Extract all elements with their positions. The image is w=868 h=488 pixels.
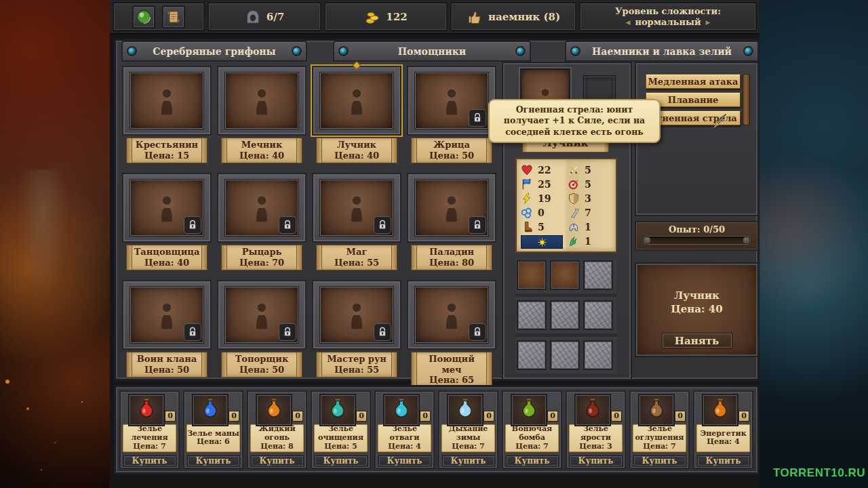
tab-mercenaries-shop[interactable]: Наемники и лавка зелий bbox=[565, 41, 759, 62]
potion-name: Жидкий огонь bbox=[251, 425, 303, 442]
thumb-up-icon bbox=[467, 9, 483, 25]
unit-card-peasant[interactable]: Крестьянин Цена: 15 bbox=[122, 66, 212, 163]
unit-card-archer-selected[interactable]: Лучник Цена: 40 bbox=[312, 66, 401, 163]
equipment-slots bbox=[515, 257, 617, 373]
tab-helpers[interactable]: Помощники bbox=[333, 41, 531, 62]
unit-card-runemaster[interactable]: Мастер рун Цена: 55 bbox=[312, 280, 401, 388]
equipment-slot-open[interactable] bbox=[517, 260, 547, 290]
lock-icon bbox=[184, 216, 201, 234]
unit-name-plate: Лучник Цена: 40 bbox=[316, 138, 397, 163]
potion-card-cleansing[interactable]: 0 Зелье очищения Цена: 5 Купить bbox=[311, 390, 371, 469]
unit-grid: Крестьянин Цена: 15 Мечник Цена: 40 Лучн… bbox=[122, 66, 499, 378]
lock-icon bbox=[469, 216, 486, 234]
unit-card-dancer[interactable]: Танцовщица Цена: 40 bbox=[122, 173, 212, 270]
potion-card-mana[interactable]: 0 Зелье маны Цена: 6 Купить bbox=[183, 390, 243, 469]
unit-price: Цена: 40 bbox=[323, 150, 390, 161]
buy-button[interactable]: Купить bbox=[633, 455, 686, 466]
equipment-slot-locked[interactable] bbox=[517, 340, 547, 370]
ability-slow-attack[interactable]: Медленная атака bbox=[646, 74, 741, 89]
unit-name: Маг bbox=[323, 247, 390, 258]
scroll-roll-decoration bbox=[743, 74, 750, 125]
buy-button[interactable]: Купить bbox=[697, 455, 750, 466]
potion-name-plate: Жидкий огонь Цена: 8 bbox=[250, 424, 304, 453]
buy-button[interactable]: Купить bbox=[187, 455, 240, 466]
potion-card-healing[interactable]: 0 Зелье лечения Цена: 7 Купить bbox=[119, 390, 180, 469]
unit-card-axeman[interactable]: Топорщик Цена: 50 bbox=[217, 280, 307, 388]
potion-name-plate: Зелье очищения Цена: 5 bbox=[313, 424, 368, 453]
potion-card-rage[interactable]: 0 Зелье ярости Цена: 3 Купить bbox=[566, 390, 626, 469]
gem-icon bbox=[570, 46, 580, 56]
difficulty-next-button[interactable]: ▶ bbox=[706, 19, 711, 26]
unit-name: Мечник bbox=[229, 140, 295, 150]
buy-button[interactable]: Купить bbox=[442, 455, 495, 466]
buy-button[interactable]: Купить bbox=[315, 455, 368, 466]
orb-button[interactable] bbox=[132, 5, 155, 28]
unit-card-clan-warrior[interactable]: Воин клана Цена: 50 bbox=[122, 280, 212, 388]
equipment-slot-locked[interactable] bbox=[550, 340, 580, 370]
equipment-slot-locked[interactable] bbox=[583, 300, 613, 330]
background-art-left bbox=[0, 0, 110, 488]
gold-panel: 122 bbox=[324, 2, 448, 31]
unit-price: Цена: 50 bbox=[418, 150, 485, 161]
difficulty-prev-button[interactable]: ◀ bbox=[625, 19, 630, 26]
potion-name-plate: Зелье маны Цена: 6 bbox=[186, 424, 241, 453]
crossed-swords-icon bbox=[568, 164, 580, 176]
potion-card-winter-breath[interactable]: 0 Дыхание зимы Цена: 7 Купить bbox=[438, 390, 498, 469]
buy-button[interactable]: Купить bbox=[123, 455, 176, 466]
potion-icon bbox=[447, 394, 484, 426]
army-size-value: 6/7 bbox=[267, 11, 284, 23]
potion-card-stink-bomb[interactable]: 0 Вонючая бомба Цена: 7 Купить bbox=[502, 390, 562, 469]
unit-card-knight[interactable]: Рыцарь Цена: 70 bbox=[217, 173, 307, 270]
tab-bar: Серебряные грифоны Помощники Наемники и … bbox=[116, 41, 757, 62]
tab-silver-griffins[interactable]: Серебряные грифоны bbox=[121, 41, 307, 62]
unit-name-plate: Мечник Цена: 40 bbox=[221, 138, 302, 163]
stat-armor: 1 bbox=[585, 222, 591, 232]
unit-name: Воин клана bbox=[134, 354, 200, 365]
stat-health: 22 bbox=[538, 165, 551, 176]
unit-card-priestess[interactable]: Жрица Цена: 50 bbox=[407, 66, 496, 163]
unit-price: Цена: 50 bbox=[229, 365, 295, 375]
scroll-button[interactable] bbox=[162, 5, 185, 28]
potion-name: Зелье оглушения bbox=[633, 425, 686, 442]
unit-price: Цена: 50 bbox=[134, 365, 200, 375]
buy-button[interactable]: Купить bbox=[378, 455, 431, 466]
buy-button[interactable]: Купить bbox=[251, 455, 304, 466]
equipment-slot-open[interactable] bbox=[550, 260, 580, 290]
potion-card-energy-drink[interactable]: 0 Энергетик Цена: 4 Купить bbox=[693, 390, 753, 469]
equipment-slot-locked[interactable] bbox=[583, 340, 613, 370]
potion-price: Цена: 8 bbox=[260, 443, 293, 451]
lock-icon bbox=[374, 323, 391, 341]
buy-button[interactable]: Купить bbox=[506, 455, 559, 466]
equipment-slot-locked[interactable] bbox=[517, 300, 547, 330]
gem-icon bbox=[292, 46, 302, 56]
hire-panel: Лучник Цена: 40 Нанять bbox=[635, 262, 759, 357]
unit-price: Цена: 65 bbox=[418, 375, 485, 386]
unit-card-swordsman[interactable]: Мечник Цена: 40 bbox=[217, 66, 307, 163]
potion-price: Цена: 7 bbox=[515, 443, 548, 451]
arrows-icon bbox=[568, 207, 580, 219]
unit-card-singing-sword[interactable]: Поющий меч Цена: 65 bbox=[407, 280, 496, 388]
unit-name: Паладин bbox=[418, 247, 485, 258]
stat-defense: 3 bbox=[585, 193, 591, 204]
watermark: TORRENT10.RU bbox=[773, 466, 865, 480]
lock-icon bbox=[279, 216, 296, 234]
gem-icon bbox=[127, 46, 137, 56]
unit-name: Топорщик bbox=[229, 354, 295, 365]
gem-icon bbox=[515, 46, 526, 56]
buy-button[interactable]: Купить bbox=[570, 455, 623, 466]
potion-name: Зелье ярости bbox=[570, 425, 622, 442]
unit-price: Цена: 80 bbox=[418, 258, 485, 268]
equipment-slot-locked[interactable] bbox=[583, 260, 613, 290]
shield-icon bbox=[568, 192, 580, 205]
unit-name: Рыцарь bbox=[229, 247, 295, 258]
unit-card-mage[interactable]: Маг Цена: 55 bbox=[312, 173, 401, 270]
potion-card-courage[interactable]: 0 Зелье отваги Цена: 4 Купить bbox=[374, 390, 435, 469]
unit-card-paladin[interactable]: Паладин Цена: 80 bbox=[407, 173, 496, 270]
unit-name-plate: Рыцарь Цена: 70 bbox=[221, 245, 302, 270]
potion-name-plate: Зелье ярости Цена: 3 bbox=[568, 424, 623, 453]
hire-button[interactable]: Нанять bbox=[662, 333, 732, 348]
potion-card-stun[interactable]: 0 Зелье оглушения Цена: 7 Купить bbox=[629, 390, 690, 469]
background-art-right: TORRENT10.RU bbox=[760, 0, 868, 488]
equipment-slot-locked[interactable] bbox=[550, 300, 580, 330]
potion-card-liquid-fire[interactable]: 0 Жидкий огонь Цена: 8 Купить bbox=[247, 390, 307, 469]
